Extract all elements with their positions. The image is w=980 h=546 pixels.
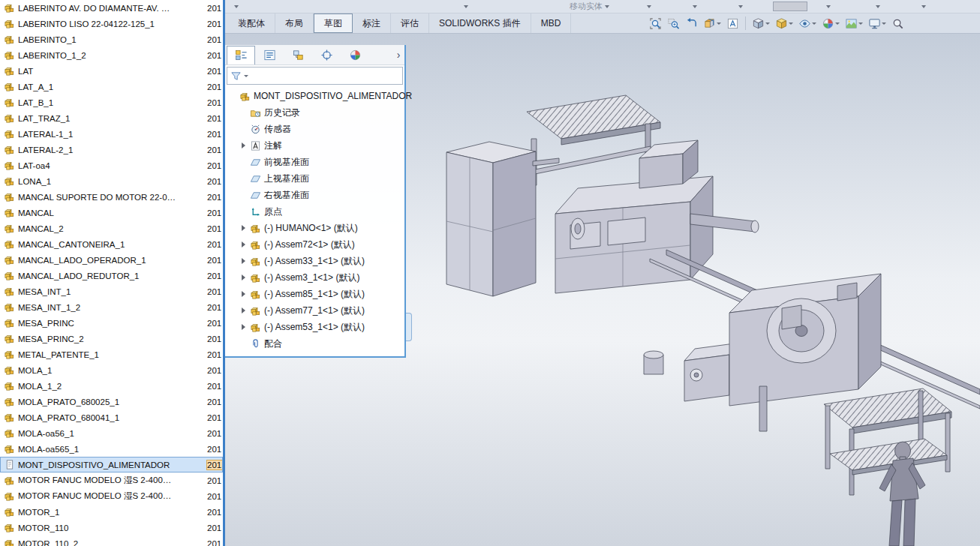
- view-settings-button[interactable]: [866, 15, 888, 32]
- file-row[interactable]: LAT_A_1201: [0, 79, 223, 94]
- file-row[interactable]: LATERAL-1_1201: [0, 126, 223, 142]
- apply-scene-button[interactable]: [843, 15, 865, 32]
- file-row[interactable]: LAT-oa4201: [0, 158, 223, 173]
- file-name: MOLA_1_2: [18, 382, 204, 391]
- tree-item[interactable]: (-) Assem77_1<1> (默认): [225, 302, 404, 319]
- file-row[interactable]: LATERAL-2_1201: [0, 142, 223, 158]
- toolbar-dropdown-caret[interactable]: [738, 5, 743, 8]
- tab-solidworks-addins[interactable]: SOLIDWORKS 插件: [429, 14, 531, 33]
- tab-assembly[interactable]: 装配体: [228, 14, 275, 33]
- panel-splitter-handle[interactable]: [406, 313, 412, 341]
- file-row[interactable]: LABERINTO LISO 22-04122-125_1201: [0, 16, 223, 32]
- file-row[interactable]: LABERINTO_1_2201: [0, 47, 223, 63]
- file-row[interactable]: METAL_PATENTE_1201: [0, 346, 223, 362]
- file-row[interactable]: MOLA_1201: [0, 362, 223, 378]
- expand-arrow-icon[interactable]: [240, 308, 247, 314]
- tree-item[interactable]: 原点: [225, 203, 404, 220]
- file-row[interactable]: MANCAL_CANTONEIRA_1201: [0, 236, 223, 252]
- tree-item[interactable]: (-) Assem85_1<1> (默认): [225, 286, 404, 302]
- file-row[interactable]: MANCAL_2201: [0, 220, 223, 236]
- expand-arrow-icon[interactable]: [240, 274, 247, 280]
- zoom-to-area-button[interactable]: [665, 15, 682, 32]
- dimxpertmanager-tab[interactable]: [312, 46, 341, 64]
- expand-arrow-icon[interactable]: [240, 258, 247, 264]
- file-row[interactable]: MANCAL201: [0, 205, 223, 220]
- tree-item[interactable]: 注解: [225, 137, 404, 154]
- tree-item[interactable]: 前视基准面: [225, 154, 404, 170]
- displaymanager-tab[interactable]: [341, 46, 369, 64]
- flyout-expand-chevron[interactable]: ›: [392, 46, 404, 64]
- file-row[interactable]: MOLA-oa56_1201: [0, 425, 223, 441]
- toolbar-dropdown-caret[interactable]: [464, 5, 468, 8]
- propertymanager-tab[interactable]: [255, 46, 284, 64]
- toolbar-dropdown-caret[interactable]: [826, 5, 831, 8]
- tree-item[interactable]: 右视基准面: [225, 187, 404, 203]
- expand-arrow-icon[interactable]: [240, 142, 247, 148]
- expand-arrow-icon[interactable]: [240, 324, 247, 330]
- tree-item[interactable]: (-) Assem3_1<1> (默认): [225, 269, 404, 286]
- file-row[interactable]: MANCAL SUPORTE DO MOTOR 22-0…201: [0, 189, 223, 205]
- tab-sketch[interactable]: 草图: [314, 14, 353, 33]
- file-row[interactable]: MOTOR_110201: [0, 520, 223, 536]
- view-orientation-button[interactable]: [750, 15, 772, 32]
- featuremanager-tree-tab[interactable]: [227, 46, 255, 64]
- tree-item[interactable]: 配合: [225, 335, 404, 352]
- file-row[interactable]: MOTOR_1201: [0, 504, 223, 520]
- file-row[interactable]: MOLA_PRATO_680041_1201: [0, 410, 223, 425]
- magnifier-button[interactable]: [889, 15, 906, 32]
- file-row[interactable]: MOLA_PRATO_680025_1201: [0, 394, 223, 410]
- file-row[interactable]: LABERINTO_1201: [0, 32, 223, 47]
- expand-arrow-icon[interactable]: [240, 242, 247, 248]
- toolbar-dropdown-caret[interactable]: [876, 5, 880, 8]
- previous-view-button[interactable]: [683, 15, 700, 32]
- tree-item[interactable]: MONT_DISPOSITIVO_ALIMENTADOR: [225, 88, 404, 104]
- file-row[interactable]: MOTOR_110_2201: [0, 536, 223, 546]
- tab-layout[interactable]: 布局: [275, 14, 314, 33]
- tree-item[interactable]: 传感器: [225, 121, 404, 137]
- graphics-area[interactable]: › MONT_DISPOSITIVO_ALIMENTADOR历史记录传感器注解前…: [225, 34, 980, 546]
- file-row[interactable]: MESA_PRINC201: [0, 315, 223, 331]
- toolbar-dropdown-caret[interactable]: [921, 5, 926, 8]
- tree-item[interactable]: (-) Assem53_1<1> (默认): [225, 319, 404, 335]
- file-row[interactable]: MESA_INT_1_2201: [0, 299, 223, 315]
- expand-arrow-icon[interactable]: [240, 291, 247, 297]
- file-row[interactable]: LAT_B_1201: [0, 94, 223, 110]
- expand-arrow-icon[interactable]: [240, 225, 247, 231]
- zoom-to-fit-button[interactable]: [647, 15, 664, 32]
- file-row[interactable]: MOLA_1_2201: [0, 378, 223, 394]
- caret-down-icon: [876, 5, 880, 8]
- section-view-button[interactable]: [701, 15, 723, 32]
- toolbar-dropdown-caret[interactable]: [234, 5, 239, 8]
- tab-evaluate[interactable]: 评估: [391, 14, 429, 33]
- file-row[interactable]: MESA_PRINC_2201: [0, 331, 223, 346]
- file-row[interactable]: MOTOR FANUC MODELO 湿S 2-400…201: [0, 488, 223, 504]
- tab-mbd[interactable]: MBD: [531, 14, 572, 33]
- file-row[interactable]: LONA_1201: [0, 173, 223, 189]
- file-row[interactable]: LABERINTO AV. DO DIAMANTE-AV. …201: [0, 0, 223, 16]
- file-row[interactable]: MANCAL_LADO_REDUTOR_1201: [0, 268, 223, 284]
- display-style-button[interactable]: [773, 15, 795, 32]
- annotation-views-button[interactable]: [724, 15, 741, 32]
- tree-item[interactable]: 历史记录: [225, 104, 404, 121]
- edit-appearance-button[interactable]: [819, 15, 842, 32]
- file-row[interactable]: LAT201: [0, 63, 223, 79]
- tree-item[interactable]: (-) Assem33_1<1> (默认): [225, 253, 404, 269]
- file-row[interactable]: MONT_DISPOSITIVO_ALIMENTADOR201: [0, 457, 223, 472]
- move-entity-dropdown[interactable]: 移动实体: [570, 1, 609, 12]
- tree-item[interactable]: (-) HUMANO<1> (默认): [225, 220, 404, 236]
- feature-filter[interactable]: [227, 67, 403, 85]
- tree-item[interactable]: (-) Assem72<1> (默认): [225, 236, 404, 253]
- file-row[interactable]: MESA_INT_1201: [0, 284, 223, 299]
- tree-item[interactable]: 上视基准面: [225, 170, 404, 187]
- file-row[interactable]: MANCAL_LADO_OPERADOR_1201: [0, 252, 223, 268]
- configurationmanager-tab[interactable]: [284, 46, 312, 64]
- file-row[interactable]: LAT_TRAZ_1201: [0, 110, 223, 126]
- toolbar-dropdown-caret[interactable]: [647, 5, 651, 8]
- toolbar-dropdown-caret[interactable]: [693, 5, 697, 8]
- hide-show-items-button[interactable]: [796, 15, 819, 32]
- file-row[interactable]: MOTOR FANUC MODELO 湿S 2-400…201: [0, 472, 223, 488]
- history-folder-icon: [250, 107, 261, 118]
- tab-annotation[interactable]: 标注: [353, 14, 391, 33]
- file-row[interactable]: MOLA-oa565_1201: [0, 441, 223, 457]
- toolbar-button[interactable]: [773, 2, 807, 11]
